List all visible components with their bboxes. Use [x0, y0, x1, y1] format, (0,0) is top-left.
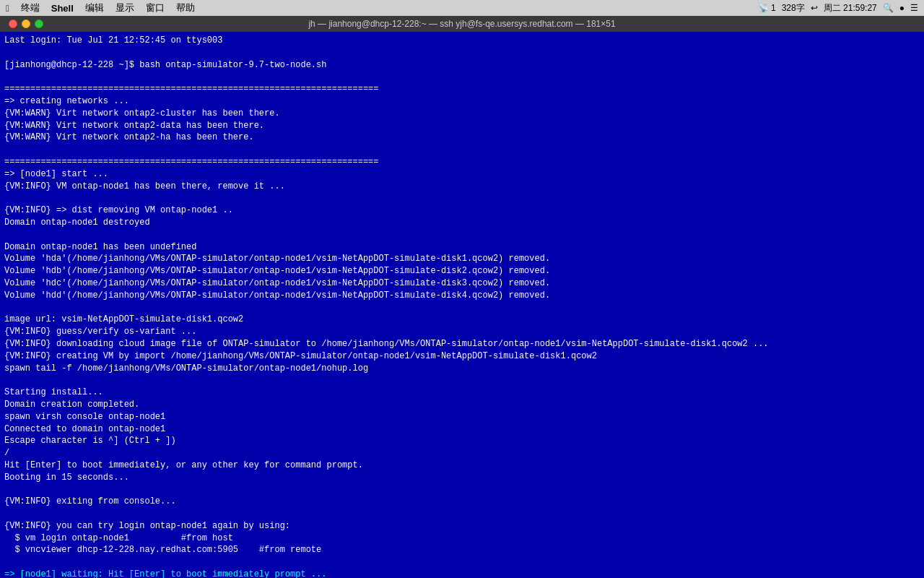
search-icon[interactable]: 🔍	[883, 3, 894, 13]
wifi-icon: ↩	[811, 3, 818, 13]
minimize-button[interactable]	[22, 20, 30, 28]
menu-shell[interactable]: Shell	[51, 3, 74, 14]
menubar:  终端 Shell 编辑 显示 窗口 帮助 📡 1 328字 ↩ 周二 21:…	[0, 0, 924, 16]
menubar-left:  终端 Shell 编辑 显示 窗口 帮助	[6, 1, 195, 14]
terminal-output: Last login: Tue Jul 21 12:52:45 on ttys0…	[4, 35, 920, 578]
terminal-area[interactable]: Last login: Tue Jul 21 12:52:45 on ttys0…	[0, 32, 924, 578]
menubar-right: 📡 1 328字 ↩ 周二 21:59:27 🔍 ● ☰	[758, 2, 918, 14]
control-center-icon[interactable]: ☰	[910, 3, 918, 13]
waiting-line1: => [node1] waiting: Hit [Enter] to boot …	[4, 569, 326, 578]
battery-info: 328字	[782, 2, 805, 14]
menu-display[interactable]: 显示	[116, 1, 134, 14]
close-button[interactable]	[9, 20, 17, 28]
siri-icon[interactable]: ●	[899, 3, 905, 13]
titlebar: jh — jianhong@dhcp-12-228:~ — ssh yjh@fs…	[0, 16, 924, 32]
clock: 周二 21:59:27	[824, 2, 877, 14]
separator1: ========================================…	[4, 84, 769, 555]
menu-edit[interactable]: 编辑	[85, 1, 104, 14]
window-title: jh — jianhong@dhcp-12-228:~ — ssh yjh@fs…	[308, 19, 615, 29]
menu-terminal[interactable]: 终端	[21, 1, 40, 14]
wechat-icon: 📡 1	[758, 3, 776, 13]
menu-window[interactable]: 窗口	[146, 1, 165, 14]
apple-menu[interactable]: 	[6, 3, 9, 14]
maximize-button[interactable]	[35, 20, 43, 28]
traffic-lights	[9, 20, 43, 28]
menu-help[interactable]: 帮助	[176, 1, 195, 14]
